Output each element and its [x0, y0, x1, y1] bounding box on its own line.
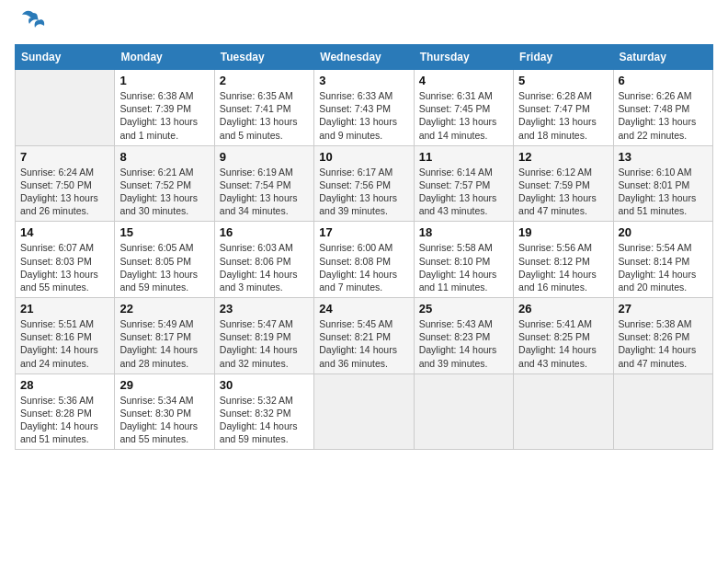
day-number: 7 — [20, 150, 109, 164]
calendar-cell: 5Sunrise: 6:28 AM Sunset: 7:47 PM Daylig… — [514, 70, 613, 146]
day-number: 1 — [119, 74, 209, 87]
column-header-sunday: Sunday — [16, 45, 115, 70]
day-info: Sunrise: 6:14 AM Sunset: 7:57 PM Dayligh… — [419, 166, 508, 218]
day-info: Sunrise: 6:07 AM Sunset: 8:03 PM Dayligh… — [20, 241, 109, 293]
calendar-cell: 25Sunrise: 5:43 AM Sunset: 8:23 PM Dayli… — [414, 298, 513, 374]
calendar-cell — [16, 70, 115, 146]
calendar-cell: 22Sunrise: 5:49 AM Sunset: 8:17 PM Dayli… — [115, 298, 214, 374]
calendar-cell: 20Sunrise: 5:54 AM Sunset: 8:14 PM Dayli… — [613, 222, 712, 298]
day-number: 16 — [220, 225, 309, 239]
day-info: Sunrise: 5:49 AM Sunset: 8:17 PM Dayligh… — [119, 317, 209, 370]
calendar-cell: 19Sunrise: 5:56 AM Sunset: 8:12 PM Dayli… — [514, 222, 613, 298]
column-header-monday: Monday — [115, 45, 214, 70]
day-info: Sunrise: 5:58 AM Sunset: 8:10 PM Dayligh… — [419, 241, 508, 293]
logo-bird-icon — [20, 7, 46, 37]
day-info: Sunrise: 6:19 AM Sunset: 7:54 PM Dayligh… — [220, 166, 309, 218]
calendar-cell: 27Sunrise: 5:38 AM Sunset: 8:26 PM Dayli… — [613, 298, 712, 374]
day-info: Sunrise: 5:47 AM Sunset: 8:19 PM Dayligh… — [220, 317, 309, 370]
calendar-cell: 3Sunrise: 6:33 AM Sunset: 7:43 PM Daylig… — [314, 70, 414, 146]
column-header-saturday: Saturday — [613, 45, 712, 70]
day-number: 30 — [220, 378, 309, 392]
day-number: 23 — [220, 302, 309, 316]
page-header — [15, 15, 713, 37]
column-header-wednesday: Wednesday — [314, 45, 414, 70]
calendar-cell: 30Sunrise: 5:32 AM Sunset: 8:32 PM Dayli… — [214, 373, 313, 450]
day-info: Sunrise: 5:32 AM Sunset: 8:32 PM Dayligh… — [220, 394, 309, 446]
day-info: Sunrise: 5:56 AM Sunset: 8:12 PM Dayligh… — [518, 241, 608, 293]
calendar-week-row: 21Sunrise: 5:51 AM Sunset: 8:16 PM Dayli… — [16, 298, 713, 374]
day-number: 28 — [20, 378, 109, 392]
day-number: 12 — [518, 150, 608, 164]
day-number: 11 — [419, 150, 508, 164]
column-header-friday: Friday — [514, 45, 613, 70]
day-number: 17 — [319, 225, 408, 239]
day-info: Sunrise: 6:21 AM Sunset: 7:52 PM Dayligh… — [119, 166, 209, 218]
day-info: Sunrise: 5:41 AM Sunset: 8:25 PM Dayligh… — [518, 317, 608, 370]
day-info: Sunrise: 6:33 AM Sunset: 7:43 PM Dayligh… — [319, 89, 408, 142]
day-info: Sunrise: 6:26 AM Sunset: 7:48 PM Dayligh… — [619, 89, 708, 142]
calendar-cell: 1Sunrise: 6:38 AM Sunset: 7:39 PM Daylig… — [115, 70, 214, 146]
calendar-cell: 15Sunrise: 6:05 AM Sunset: 8:05 PM Dayli… — [115, 222, 214, 298]
calendar-table: SundayMondayTuesdayWednesdayThursdayFrid… — [15, 44, 713, 450]
day-info: Sunrise: 6:31 AM Sunset: 7:45 PM Dayligh… — [419, 89, 508, 142]
day-number: 3 — [319, 74, 408, 87]
day-number: 5 — [518, 74, 608, 87]
day-info: Sunrise: 6:38 AM Sunset: 7:39 PM Dayligh… — [119, 89, 209, 142]
day-info: Sunrise: 5:45 AM Sunset: 8:21 PM Dayligh… — [319, 317, 408, 370]
calendar-cell: 17Sunrise: 6:00 AM Sunset: 8:08 PM Dayli… — [314, 222, 414, 298]
day-number: 8 — [119, 150, 209, 164]
day-number: 10 — [319, 150, 408, 164]
day-info: Sunrise: 5:34 AM Sunset: 8:30 PM Dayligh… — [119, 394, 209, 446]
day-info: Sunrise: 6:24 AM Sunset: 7:50 PM Dayligh… — [20, 166, 109, 218]
day-number: 19 — [518, 225, 608, 239]
calendar-cell: 23Sunrise: 5:47 AM Sunset: 8:19 PM Dayli… — [214, 298, 313, 374]
calendar-cell: 6Sunrise: 6:26 AM Sunset: 7:48 PM Daylig… — [613, 70, 712, 146]
day-info: Sunrise: 5:43 AM Sunset: 8:23 PM Dayligh… — [419, 317, 508, 370]
calendar-cell: 12Sunrise: 6:12 AM Sunset: 7:59 PM Dayli… — [514, 145, 613, 222]
calendar-cell: 28Sunrise: 5:36 AM Sunset: 8:28 PM Dayli… — [16, 373, 115, 450]
day-info: Sunrise: 5:36 AM Sunset: 8:28 PM Dayligh… — [20, 394, 109, 446]
day-number: 9 — [220, 150, 309, 164]
calendar-cell: 2Sunrise: 6:35 AM Sunset: 7:41 PM Daylig… — [214, 70, 313, 146]
calendar-cell — [314, 373, 414, 450]
calendar-cell: 21Sunrise: 5:51 AM Sunset: 8:16 PM Dayli… — [16, 298, 115, 374]
day-info: Sunrise: 6:05 AM Sunset: 8:05 PM Dayligh… — [119, 241, 209, 293]
day-info: Sunrise: 5:51 AM Sunset: 8:16 PM Dayligh… — [20, 317, 109, 370]
day-info: Sunrise: 5:38 AM Sunset: 8:26 PM Dayligh… — [619, 317, 708, 370]
calendar-cell: 4Sunrise: 6:31 AM Sunset: 7:45 PM Daylig… — [414, 70, 513, 146]
calendar-cell: 10Sunrise: 6:17 AM Sunset: 7:56 PM Dayli… — [314, 145, 414, 222]
day-number: 26 — [518, 302, 608, 316]
calendar-week-row: 14Sunrise: 6:07 AM Sunset: 8:03 PM Dayli… — [16, 222, 713, 298]
calendar-cell — [613, 373, 712, 450]
calendar-cell: 24Sunrise: 5:45 AM Sunset: 8:21 PM Dayli… — [314, 298, 414, 374]
day-number: 29 — [119, 378, 209, 392]
day-info: Sunrise: 6:35 AM Sunset: 7:41 PM Dayligh… — [220, 89, 309, 142]
day-info: Sunrise: 6:10 AM Sunset: 8:01 PM Dayligh… — [619, 166, 708, 218]
day-info: Sunrise: 6:17 AM Sunset: 7:56 PM Dayligh… — [319, 166, 408, 218]
calendar-cell: 14Sunrise: 6:07 AM Sunset: 8:03 PM Dayli… — [16, 222, 115, 298]
calendar-header-row: SundayMondayTuesdayWednesdayThursdayFrid… — [16, 45, 713, 70]
calendar-week-row: 28Sunrise: 5:36 AM Sunset: 8:28 PM Dayli… — [16, 373, 713, 450]
day-number: 24 — [319, 302, 408, 316]
day-number: 6 — [619, 74, 708, 87]
day-number: 22 — [119, 302, 209, 316]
column-header-tuesday: Tuesday — [214, 45, 313, 70]
calendar-week-row: 1Sunrise: 6:38 AM Sunset: 7:39 PM Daylig… — [16, 70, 713, 146]
day-number: 2 — [220, 74, 309, 87]
calendar-cell: 11Sunrise: 6:14 AM Sunset: 7:57 PM Dayli… — [414, 145, 513, 222]
calendar-cell: 7Sunrise: 6:24 AM Sunset: 7:50 PM Daylig… — [16, 145, 115, 222]
column-header-thursday: Thursday — [414, 45, 513, 70]
calendar-cell — [514, 373, 613, 450]
day-info: Sunrise: 6:12 AM Sunset: 7:59 PM Dayligh… — [518, 166, 608, 218]
calendar-cell: 9Sunrise: 6:19 AM Sunset: 7:54 PM Daylig… — [214, 145, 313, 222]
day-info: Sunrise: 6:00 AM Sunset: 8:08 PM Dayligh… — [319, 241, 408, 293]
day-info: Sunrise: 6:28 AM Sunset: 7:47 PM Dayligh… — [518, 89, 608, 142]
calendar-cell — [414, 373, 513, 450]
calendar-cell: 26Sunrise: 5:41 AM Sunset: 8:25 PM Dayli… — [514, 298, 613, 374]
calendar-cell: 18Sunrise: 5:58 AM Sunset: 8:10 PM Dayli… — [414, 222, 513, 298]
calendar-cell: 13Sunrise: 6:10 AM Sunset: 8:01 PM Dayli… — [613, 145, 712, 222]
day-number: 14 — [20, 225, 109, 239]
calendar-week-row: 7Sunrise: 6:24 AM Sunset: 7:50 PM Daylig… — [16, 145, 713, 222]
day-number: 18 — [419, 225, 508, 239]
logo — [15, 15, 46, 37]
